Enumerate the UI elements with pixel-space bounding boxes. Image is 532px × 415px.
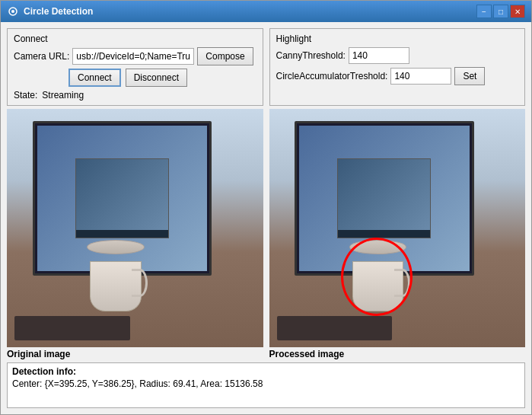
camera-url-row: Camera URL: Compose bbox=[14, 47, 256, 65]
connect-panel: Connect Camera URL: Compose Connect Disc… bbox=[7, 28, 263, 106]
state-row: State: Streaming bbox=[14, 90, 256, 101]
original-image-container bbox=[7, 109, 263, 347]
canny-row: CannyThreshold: bbox=[276, 47, 519, 64]
camera-url-input[interactable] bbox=[72, 48, 194, 65]
cup-handle-processed bbox=[394, 269, 410, 298]
canny-label: CannyThreshold: bbox=[276, 50, 346, 61]
images-row: Original image bbox=[7, 109, 525, 359]
compose-button[interactable]: Compose bbox=[197, 47, 253, 65]
detection-section: Detection info: Center: {X=395.25, Y=386… bbox=[7, 362, 525, 408]
state-label: State: bbox=[14, 90, 37, 101]
camera-url-label: Camera URL: bbox=[14, 51, 69, 62]
cup-original bbox=[84, 240, 148, 311]
detection-title: Detection info: bbox=[12, 366, 520, 377]
maximize-button[interactable]: □ bbox=[493, 5, 508, 18]
main-content: Connect Camera URL: Compose Connect Disc… bbox=[1, 22, 531, 414]
circle-row: CircleAccumulatorTreshold: Set bbox=[276, 67, 519, 85]
circle-accumulator-input[interactable] bbox=[390, 68, 451, 85]
processed-image-container bbox=[269, 109, 526, 347]
close-button[interactable]: ✕ bbox=[510, 5, 525, 18]
title-bar: Circle Detection − □ ✕ bbox=[1, 1, 531, 22]
processed-image-label: Processed image bbox=[269, 349, 526, 359]
processed-image-panel: Processed image bbox=[269, 109, 526, 359]
cup-rim-processed bbox=[349, 240, 407, 254]
cup-rim-original bbox=[87, 240, 145, 254]
top-panels: Connect Camera URL: Compose Connect Disc… bbox=[7, 28, 525, 106]
circle-accumulator-label: CircleAccumulatorTreshold: bbox=[276, 71, 388, 81]
highlight-panel-title: Highlight bbox=[276, 34, 519, 44]
processed-image bbox=[269, 109, 526, 347]
set-button[interactable]: Set bbox=[454, 67, 485, 85]
keyboard-processed bbox=[277, 316, 392, 340]
highlight-panel: Highlight CannyThreshold: CircleAccumula… bbox=[269, 28, 526, 106]
window-title: Circle Detection bbox=[24, 6, 476, 17]
detection-text: Center: {X=395.25, Y=386.25}, Radius: 69… bbox=[12, 378, 520, 389]
connect-buttons-row: Connect Disconnect bbox=[68, 69, 256, 87]
original-image bbox=[7, 109, 263, 347]
svg-point-1 bbox=[11, 10, 14, 13]
window-icon bbox=[7, 5, 19, 18]
connect-panel-title: Connect bbox=[14, 34, 256, 44]
cup-processed bbox=[346, 240, 409, 311]
original-image-label: Original image bbox=[7, 349, 263, 359]
main-window: Circle Detection − □ ✕ Connect Camera UR… bbox=[0, 0, 532, 415]
canny-input[interactable] bbox=[349, 47, 409, 64]
minimize-button[interactable]: − bbox=[476, 5, 492, 18]
original-image-panel: Original image bbox=[7, 109, 263, 359]
keyboard-original bbox=[14, 316, 129, 340]
cup-handle-original bbox=[132, 269, 148, 298]
disconnect-button[interactable]: Disconnect bbox=[126, 69, 187, 87]
connect-button[interactable]: Connect bbox=[68, 69, 121, 87]
state-value: Streaming bbox=[42, 90, 84, 101]
window-controls: − □ ✕ bbox=[476, 5, 525, 18]
